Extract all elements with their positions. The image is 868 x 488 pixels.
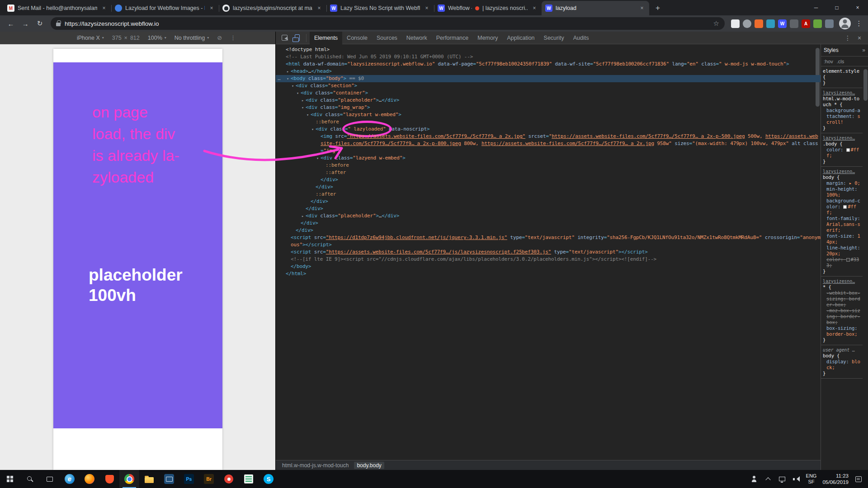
expand-arrow-icon[interactable]: ▾ (310, 126, 315, 133)
dom-tree-row[interactable]: ::after (276, 191, 821, 198)
dom-tree-row[interactable]: ▸<head>…</head> (276, 68, 821, 75)
dom-tree-row[interactable]: </div> (276, 227, 821, 234)
maximize-button[interactable]: □ (826, 0, 847, 15)
device-select[interactable]: iPhone X ▾ (77, 35, 104, 41)
tab-close-icon[interactable]: × (100, 5, 108, 11)
br-taskbar-icon[interactable]: Br (199, 470, 219, 488)
stylesheet-link[interactable]: lazysizesno… (823, 278, 862, 284)
rule-selector[interactable]: html.w-mod-touch * { (823, 96, 862, 108)
dom-tree-row[interactable]: </div> (276, 176, 821, 183)
class-toggle[interactable]: .cls (837, 59, 844, 64)
edge-taskbar-icon[interactable]: e (60, 470, 80, 488)
attribute-link[interactable]: https://assets.website-files.com/5cf77f9… (481, 141, 654, 146)
dom-tree-row[interactable]: …▾<body class="body"> == $0 (276, 75, 821, 82)
chevron-up-icon[interactable] (764, 474, 772, 484)
color-swatch[interactable] (846, 258, 850, 262)
forward-button[interactable]: → (19, 17, 32, 30)
new-tab-button[interactable]: + (651, 2, 665, 14)
tab-styles[interactable]: Styles (824, 47, 839, 53)
expand-arrow-icon[interactable]: ▾ (295, 89, 300, 97)
clock[interactable]: 11:23 05/06/2019 (822, 473, 849, 485)
devtools-tab-elements[interactable]: Elements (310, 32, 342, 44)
browser-menu-icon[interactable]: ⋮ (854, 19, 863, 28)
device-toolbar-menu-icon[interactable]: ⋮ (230, 34, 236, 41)
dom-tree-row[interactable]: </html> (276, 270, 821, 277)
stylesheet-link[interactable]: lazysizesno… (823, 135, 862, 141)
dom-tree-row[interactable]: </div> (276, 183, 821, 191)
expand-arrow-icon[interactable]: ▾ (315, 155, 320, 162)
css-property[interactable]: -moz-box-sizing: border-box; (823, 308, 862, 325)
breadcrumb-html[interactable]: html.w-mod-js.w-mod-touch (279, 462, 351, 469)
stylesheet-link[interactable]: user agent … (823, 347, 862, 353)
css-property[interactable]: min-height: 100%; (823, 186, 862, 198)
browser-tab[interactable]: lazysizes/plugins/noscript at mas...× (219, 1, 326, 15)
start-taskbar-icon[interactable] (0, 470, 20, 488)
attribute-link[interactable]: https://assets.website-files.com/5cf77f9… (552, 133, 745, 139)
back-button[interactable]: ← (5, 17, 17, 30)
taskview-taskbar-icon[interactable] (40, 470, 60, 488)
expand-arrow-icon[interactable]: ▾ (290, 82, 295, 89)
rule-selector[interactable]: body { (823, 174, 862, 180)
rule-selector[interactable]: body { (823, 353, 862, 359)
expand-arrow-icon[interactable]: ▸ (300, 212, 305, 220)
tab-close-icon[interactable]: × (638, 5, 646, 11)
expand-arrow-icon[interactable]: ▾ (300, 104, 305, 111)
css-property[interactable]: box-sizing: border-box; (823, 325, 862, 337)
dom-tree-row[interactable]: ▾<div class="container"> (276, 89, 821, 97)
firefox-taskbar-icon[interactable] (80, 470, 99, 488)
red-extension-icon[interactable]: A (802, 19, 810, 28)
overflow-tabs-icon[interactable]: » (862, 47, 865, 53)
dom-tree-row[interactable]: ▾<div class="lazyend w-embed"> (276, 155, 821, 162)
teal-extension-icon[interactable] (766, 19, 775, 28)
devtools-close-icon[interactable]: × (854, 33, 865, 43)
rule-selector[interactable]: * { (823, 284, 862, 290)
dom-tree-row[interactable]: ▾<div class="section"> (276, 82, 821, 89)
pseudo-state-toggle[interactable]: :hov (824, 59, 833, 64)
browser-tab[interactable]: Wlazyload× (542, 1, 649, 15)
devtools-tab-memory[interactable]: Memory (473, 32, 502, 44)
minimize-button[interactable]: ─ (806, 0, 826, 15)
css-property[interactable]: background-color: #fff; (823, 198, 862, 216)
tab-close-icon[interactable]: × (423, 5, 430, 11)
expand-arrow-icon[interactable]: ▾ (305, 111, 310, 118)
css-property[interactable]: background-attachment: scroll! (823, 108, 862, 125)
notification-center-icon[interactable] (854, 474, 863, 484)
devtools-tab-audits[interactable]: Audits (569, 32, 594, 44)
volume-icon[interactable] (792, 474, 800, 484)
tray-person-icon[interactable] (750, 474, 758, 484)
tab-close-icon[interactable]: × (531, 5, 538, 11)
brave-taskbar-icon[interactable] (99, 470, 119, 488)
zoom-select[interactable]: 100% ▾ (148, 35, 166, 41)
wf-extension-icon[interactable]: W (778, 19, 787, 28)
expand-arrow-icon[interactable]: ▸ (285, 68, 290, 75)
dom-tree-row[interactable]: ▸<div class="placeholder">…</div> (276, 212, 821, 220)
device-toolbar-toggle[interactable] (291, 33, 303, 43)
css-property[interactable]: color: #fff; (823, 147, 862, 159)
devtools-tab-sources[interactable]: Sources (372, 32, 402, 44)
slate-extension-icon[interactable] (825, 19, 834, 28)
monitor-icon[interactable] (778, 474, 786, 484)
css-property[interactable]: font-size: 14px; (823, 233, 862, 245)
rotate-icon[interactable]: ⊘ (217, 34, 222, 41)
folder-taskbar-icon[interactable] (139, 470, 159, 488)
dom-tree-row[interactable]: </div> (276, 205, 821, 212)
language-indicator[interactable]: ENG SF (806, 473, 817, 485)
node-menu-icon[interactable]: … (278, 75, 280, 82)
inspect-element-button[interactable] (278, 33, 290, 43)
profile-avatar[interactable] (839, 18, 851, 29)
attribute-link[interactable]: "https://assets.website-files.com/5cf77f… (347, 133, 525, 139)
tab-close-icon[interactable]: × (316, 5, 323, 11)
browser-tab[interactable]: WWebflow - | lazysizes noscri...× (434, 1, 542, 15)
breadcrumb-body[interactable]: body.body (354, 462, 384, 469)
gray-extension-icon[interactable] (743, 19, 751, 28)
chrome-taskbar-icon[interactable] (119, 470, 139, 488)
rule-selector[interactable]: element.style { (823, 68, 862, 80)
devtools-menu-icon[interactable]: ⋮ (842, 33, 854, 43)
dom-tree-row[interactable]: </body> (276, 263, 821, 270)
dom-tree-row[interactable]: ▸<div class="placeholder">…</div> (276, 97, 821, 104)
skype-taskbar-icon[interactable]: S (259, 470, 278, 488)
expand-arrow-icon[interactable]: ▾ (285, 75, 290, 82)
css-property[interactable]: line-height: 20px; (823, 245, 862, 257)
devtools-tab-security[interactable]: Security (539, 32, 569, 44)
devtools-tab-performance[interactable]: Performance (432, 32, 473, 44)
